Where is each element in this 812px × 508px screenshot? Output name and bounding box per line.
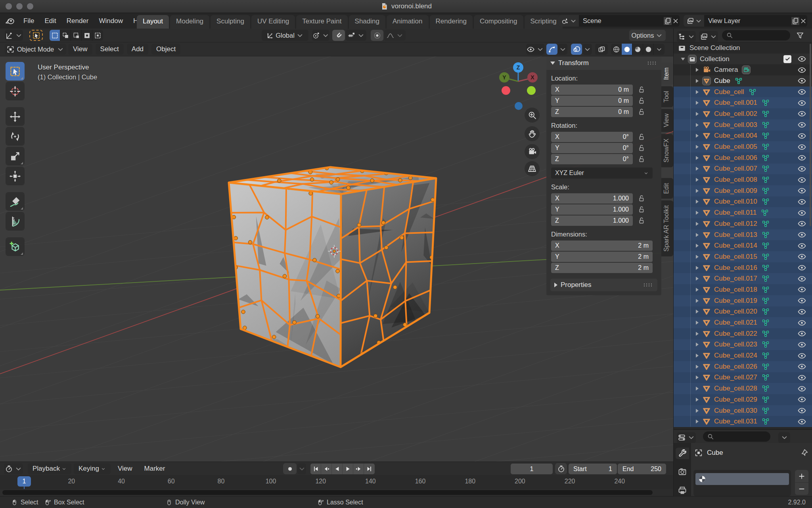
disclosure-triangle-icon[interactable] — [694, 122, 700, 128]
play-button[interactable] — [343, 464, 353, 474]
outliner-item-label[interactable]: Cube_cell.002 — [714, 110, 757, 118]
select-mode-subtract[interactable] — [71, 30, 82, 41]
select-mode-invert[interactable] — [82, 30, 92, 41]
eye-visibility-icon[interactable] — [797, 318, 806, 327]
tool-scale-button[interactable] — [6, 147, 25, 165]
tool-select-box-button[interactable] — [6, 62, 25, 81]
outliner-row-camera[interactable]: Camera — [674, 64, 812, 75]
disclosure-triangle-icon[interactable] — [694, 408, 700, 414]
eye-visibility-icon[interactable] — [797, 395, 806, 404]
rotation-y-field[interactable]: Y0° — [551, 143, 633, 153]
eye-visibility-icon[interactable] — [797, 340, 806, 349]
outliner-item-label[interactable]: Cube_cell.022 — [714, 330, 757, 338]
outliner-row-cube_cell.027[interactable]: Cube_cell.027 — [674, 372, 812, 383]
mode-dropdown[interactable]: Object Mode — [5, 44, 66, 55]
lock-icon[interactable] — [637, 155, 645, 164]
outliner-item-label[interactable]: Cube_cell.001 — [714, 99, 757, 107]
outliner-row-cube_cell.005[interactable]: Cube_cell.005 — [674, 141, 812, 152]
disclosure-triangle-icon[interactable] — [694, 221, 700, 227]
workspace-tab-compositing[interactable]: Compositing — [474, 15, 523, 29]
outliner-row-cube_cell.026[interactable]: Cube_cell.026 — [674, 361, 812, 372]
eye-visibility-icon[interactable] — [797, 120, 806, 129]
outliner-item-label[interactable]: Cube_cell.010 — [714, 198, 757, 206]
workspace-tab-uv-editing[interactable]: UV Editing — [251, 15, 295, 29]
workspace-tab-rendering[interactable]: Rendering — [430, 15, 473, 29]
eye-visibility-icon[interactable] — [797, 384, 806, 393]
disclosure-triangle-icon[interactable] — [694, 89, 700, 95]
sidebar-tab-tool[interactable]: Tool — [661, 86, 673, 107]
material-slot-list[interactable] — [693, 470, 791, 496]
view-layer-browse-button[interactable] — [684, 15, 704, 27]
outliner[interactable]: Scene CollectionCollectionCameraCubeCube… — [673, 42, 812, 429]
outliner-row-cube_cell.020[interactable]: Cube_cell.020 — [674, 306, 812, 318]
dimension-x-field[interactable]: X2 m — [551, 241, 653, 251]
select-mode-extend[interactable] — [60, 30, 71, 41]
outliner-editor-type-button[interactable] — [677, 31, 696, 42]
properties-panel-header[interactable]: Properties — [550, 279, 657, 291]
select-mode-intersect[interactable] — [92, 30, 103, 41]
outliner-item-label[interactable]: Cube_cell.014 — [714, 242, 757, 250]
disclosure-triangle-icon[interactable] — [694, 331, 700, 337]
eye-visibility-icon[interactable] — [797, 417, 806, 426]
menu-window[interactable]: Window — [94, 15, 128, 27]
eye-visibility-icon[interactable] — [797, 406, 806, 415]
outliner-row-cube_cell.029[interactable]: Cube_cell.029 — [674, 394, 812, 405]
outliner-row-cube_cell.017[interactable]: Cube_cell.017 — [674, 273, 812, 284]
disclosure-triangle-icon[interactable] — [694, 309, 700, 314]
menu-edit[interactable]: Edit — [39, 15, 61, 27]
overlays-dropdown[interactable] — [582, 44, 592, 55]
disclosure-triangle-icon[interactable] — [694, 265, 700, 271]
pivot-point-dropdown[interactable] — [312, 30, 329, 41]
tool-add-cube-button[interactable] — [6, 237, 25, 256]
dimension-z-field[interactable]: Z2 m — [551, 263, 653, 273]
outliner-item-label[interactable]: Cube_cell.019 — [714, 297, 757, 305]
snap-toggle[interactable] — [332, 30, 345, 41]
workspace-tab-texture-paint[interactable]: Texture Paint — [296, 15, 347, 29]
shading-rendered[interactable] — [643, 44, 654, 55]
outliner-row-scene-collection[interactable]: Scene Collection — [674, 42, 812, 54]
timeline-menu-playback[interactable]: Playback — [28, 463, 71, 474]
properties-search-input[interactable] — [703, 431, 770, 442]
eye-visibility-icon[interactable] — [797, 362, 806, 371]
disclosure-triangle-icon[interactable] — [694, 353, 700, 358]
add-slot-button[interactable] — [795, 470, 808, 482]
sidebar-tab-view[interactable]: View — [661, 109, 673, 132]
frame-start-field[interactable]: Start 1 — [569, 464, 617, 474]
outliner-item-label[interactable]: Cube_cell.015 — [714, 253, 757, 261]
scale-z-field[interactable]: Z1.000 — [551, 216, 633, 226]
outliner-item-label[interactable]: Cube_cell.031 — [714, 418, 757, 425]
disclosure-triangle-icon[interactable] — [694, 254, 700, 260]
eye-visibility-icon[interactable] — [797, 241, 806, 250]
transform-orientation-dropdown[interactable]: Global — [262, 30, 308, 41]
proportional-falloff-dropdown[interactable] — [384, 30, 406, 41]
outliner-row-cube_cell.013[interactable]: Cube_cell.013 — [674, 229, 812, 241]
eye-visibility-icon[interactable] — [797, 263, 806, 272]
outliner-row-cube_cell.028[interactable]: Cube_cell.028 — [674, 383, 812, 394]
collection-checkbox[interactable] — [783, 55, 791, 63]
sidebar-tab-edit[interactable]: Edit — [661, 178, 673, 199]
outliner-item-label[interactable]: Cube_cell.012 — [714, 220, 757, 228]
eye-visibility-icon[interactable] — [797, 208, 806, 217]
eye-visibility-icon[interactable] — [797, 142, 806, 152]
eye-visibility-icon[interactable] — [797, 76, 806, 85]
disclosure-triangle-icon[interactable] — [694, 144, 700, 150]
scene-browse-button[interactable] — [558, 15, 579, 27]
properties-editor-type-button[interactable] — [677, 432, 696, 443]
eye-visibility-icon[interactable] — [797, 54, 806, 64]
disclosure-triangle-icon[interactable] — [694, 386, 700, 391]
disclosure-triangle-icon[interactable] — [694, 276, 700, 281]
outliner-item-label[interactable]: Cube_cell.030 — [714, 407, 757, 415]
xray-toggle[interactable] — [595, 44, 608, 55]
location-x-field[interactable]: X0 m — [551, 85, 633, 95]
outliner-scrollbar[interactable] — [810, 44, 811, 226]
menu-file[interactable]: File — [18, 15, 39, 27]
outliner-item-label[interactable]: Cube_cell.028 — [714, 385, 757, 393]
current-frame-field[interactable]: 1 — [511, 464, 553, 474]
eye-visibility-icon[interactable] — [797, 98, 806, 108]
lock-icon[interactable] — [637, 108, 645, 116]
scale-x-field[interactable]: X1.000 — [551, 193, 633, 204]
workspace-tab-shading[interactable]: Shading — [349, 15, 385, 29]
workspace-tab-modeling[interactable]: Modeling — [170, 15, 209, 29]
previous-keyframe-button[interactable] — [321, 464, 332, 474]
auto-keying-toggle[interactable] — [283, 463, 297, 474]
